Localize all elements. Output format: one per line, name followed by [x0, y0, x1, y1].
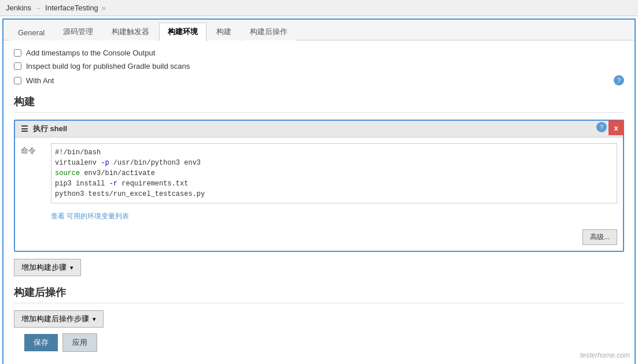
tab-general[interactable]: General — [9, 24, 53, 40]
tab-triggers[interactable]: 构建触发器 — [103, 23, 158, 40]
delete-shell-button[interactable]: x — [609, 120, 624, 135]
content-area: Add timestamps to the Console Output Ins… — [3, 40, 635, 364]
jenkins-home-link[interactable]: Jenkins — [6, 3, 31, 12]
add-step-arrow: ▾ — [70, 264, 73, 272]
main-panel: General 源码管理 构建触发器 构建环境 构建 构建后操作 Add tim… — [2, 18, 636, 364]
add-step-label: 增加构建步骤 — [21, 262, 67, 273]
breadcrumb-arrow2: » — [102, 4, 106, 12]
execute-shell-block: ☰ 执行 shell x ? 命令 #!/bin/bash virtualenv… — [14, 120, 624, 252]
add-post-label: 增加构建后操作步骤 — [21, 314, 89, 324]
advanced-row: 高级... — [15, 226, 623, 251]
line4: pip3 install -r requirements.txt — [55, 180, 188, 188]
add-build-step-button[interactable]: 增加构建步骤 ▾ — [14, 259, 81, 276]
bottom-action-bar: 保存 应用 — [14, 328, 624, 358]
checkbox-gradle-label: Inspect build log for published Gradle b… — [26, 62, 190, 70]
tab-build[interactable]: 构建 — [208, 23, 240, 40]
checkbox-row-ant-wrapper: With Ant ? — [14, 75, 624, 86]
shell-help-icon[interactable]: ? — [596, 122, 607, 132]
command-area: 命令 #!/bin/bash virtualenv -p /usr/bin/py… — [15, 138, 623, 209]
checkbox-ant[interactable] — [14, 77, 21, 84]
env-variables-link[interactable]: 查看 可用的环境变量列表 — [51, 212, 129, 220]
tab-bar: General 源码管理 构建触发器 构建环境 构建 构建后操作 — [3, 20, 635, 40]
add-post-arrow: ▾ — [93, 315, 96, 323]
checkbox-row-ant: With Ant — [14, 76, 54, 85]
build-section-heading: 构建 — [14, 95, 624, 113]
line1: #!/bin/bash — [55, 148, 101, 157]
shell-help-icon-wrapper: ? — [596, 122, 607, 132]
env-variables-link-row: 查看 可用的环境变量列表 — [15, 209, 623, 226]
command-label: 命令 — [21, 143, 44, 203]
command-display[interactable]: #!/bin/bash virtualenv -p /usr/bin/pytho… — [51, 143, 617, 203]
breadcrumb: Jenkins → InterfaceTesting » — [0, 0, 638, 16]
watermark: testerhome.com — [580, 351, 630, 359]
shell-block-header: ☰ 执行 shell — [15, 121, 623, 138]
post-build-section: 构建后操作 增加构建后操作步骤 ▾ — [14, 285, 624, 328]
apply-button[interactable]: 应用 — [62, 333, 97, 352]
checkbox-row-gradle: Inspect build log for published Gradle b… — [14, 62, 624, 70]
shell-block-title: 执行 shell — [33, 124, 67, 134]
breadcrumb-arrow: → — [35, 4, 42, 12]
save-button[interactable]: 保存 — [24, 334, 58, 351]
project-link[interactable]: InterfaceTesting — [45, 3, 98, 12]
post-build-heading: 构建后操作 — [14, 285, 624, 303]
checkbox-ant-label: With Ant — [26, 76, 54, 85]
tab-build-env[interactable]: 构建环境 — [159, 23, 206, 40]
tab-post-build[interactable]: 构建后操作 — [241, 23, 296, 40]
line3: source env3/bin/activate — [55, 169, 155, 177]
ant-help-icon[interactable]: ? — [614, 75, 624, 86]
add-post-build-row: 增加构建后操作步骤 ▾ — [14, 310, 624, 328]
line5: python3 tests/run_excel_testcases.py — [55, 190, 205, 198]
add-post-build-button[interactable]: 增加构建后操作步骤 ▾ — [14, 310, 104, 328]
checkbox-gradle[interactable] — [14, 62, 21, 70]
tab-source[interactable]: 源码管理 — [54, 23, 102, 40]
line2: virtualenv -p /usr/bin/python3 env3 — [55, 159, 201, 167]
shell-icon: ☰ — [21, 124, 28, 133]
command-text: #!/bin/bash virtualenv -p /usr/bin/pytho… — [55, 147, 613, 199]
checkbox-row-timestamps: Add timestamps to the Console Output — [14, 49, 624, 57]
advanced-button[interactable]: 高级... — [582, 229, 617, 245]
add-step-row: 增加构建步骤 ▾ — [14, 259, 624, 276]
checkbox-timestamps[interactable] — [14, 49, 21, 57]
checkbox-timestamps-label: Add timestamps to the Console Output — [26, 49, 155, 57]
build-env-checkboxes: Add timestamps to the Console Output Ins… — [14, 49, 624, 86]
